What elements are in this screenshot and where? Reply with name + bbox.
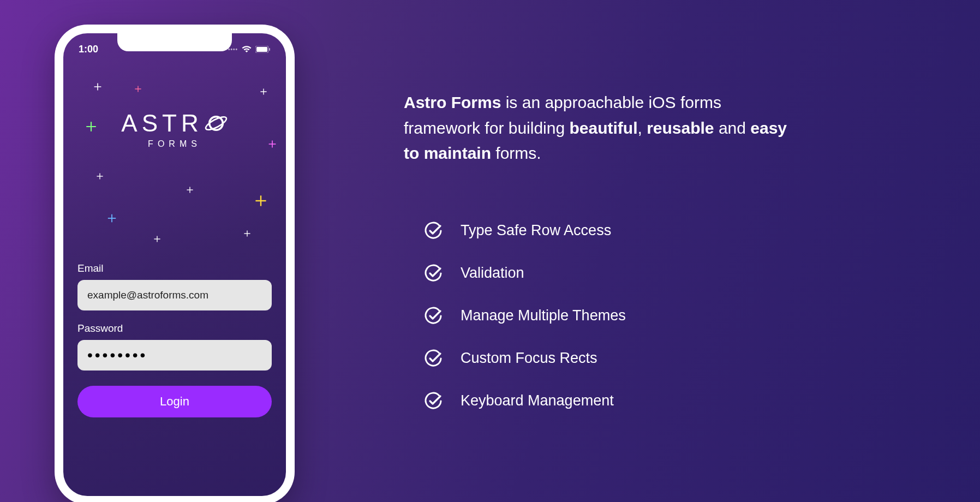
star-icon bbox=[243, 230, 251, 237]
phone-notch bbox=[117, 33, 232, 51]
star-icon bbox=[186, 186, 194, 194]
email-field[interactable] bbox=[77, 280, 272, 310]
wifi-icon bbox=[241, 45, 252, 53]
star-icon bbox=[260, 88, 267, 95]
planet-icon bbox=[204, 111, 228, 135]
password-field[interactable]: •••••••• bbox=[77, 340, 272, 370]
check-icon bbox=[423, 349, 443, 368]
feature-item: Manage Multiple Themes bbox=[423, 306, 925, 326]
feature-label: Keyboard Management bbox=[461, 392, 614, 409]
feature-item: Custom Focus Rects bbox=[423, 349, 925, 368]
phone-screen: 1:00 •••• bbox=[63, 33, 286, 496]
check-icon bbox=[423, 306, 443, 326]
login-form: Email Password •••••••• Login bbox=[77, 262, 272, 417]
logo-text: ASTR bbox=[121, 110, 202, 137]
star-icon bbox=[96, 172, 104, 180]
feature-label: Type Safe Row Access bbox=[461, 222, 611, 239]
feature-label: Validation bbox=[461, 265, 524, 282]
feature-label: Custom Focus Rects bbox=[461, 350, 597, 367]
feature-item: Type Safe Row Access bbox=[423, 221, 925, 241]
app-logo: ASTR FORMS bbox=[63, 110, 286, 149]
login-button[interactable]: Login bbox=[77, 386, 272, 417]
password-label: Password bbox=[77, 322, 272, 334]
star-icon bbox=[134, 85, 142, 93]
logo-subtitle: FORMS bbox=[63, 139, 286, 149]
status-time: 1:00 bbox=[79, 44, 98, 55]
email-label: Email bbox=[77, 262, 272, 274]
check-icon bbox=[423, 264, 443, 283]
feature-list: Type Safe Row Access Validation Manage M… bbox=[423, 221, 925, 411]
check-icon bbox=[423, 221, 443, 241]
headline: Astro Forms is an approachable iOS forms… bbox=[404, 90, 797, 166]
svg-rect-2 bbox=[269, 48, 270, 51]
check-icon bbox=[423, 391, 443, 411]
feature-item: Keyboard Management bbox=[423, 391, 925, 411]
feature-label: Manage Multiple Themes bbox=[461, 307, 626, 324]
star-icon bbox=[254, 194, 267, 207]
svg-rect-1 bbox=[256, 47, 267, 52]
star-icon bbox=[107, 213, 117, 223]
battery-icon bbox=[255, 46, 271, 53]
feature-item: Validation bbox=[423, 264, 925, 283]
phone-mockup: 1:00 •••• bbox=[55, 25, 295, 502]
star-icon bbox=[93, 82, 102, 91]
star-icon bbox=[153, 235, 161, 243]
